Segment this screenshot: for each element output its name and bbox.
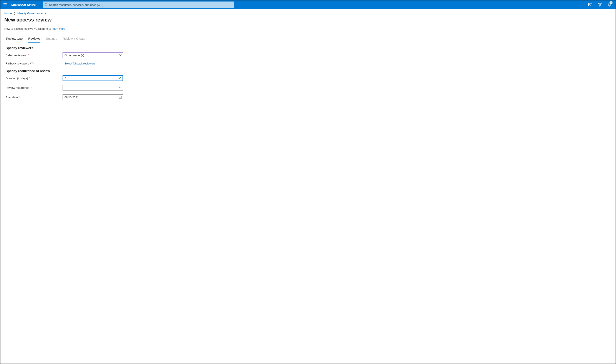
learn-more-link[interactable]: learn more — [52, 27, 65, 30]
row-select-reviewers: Select reviewers * Group owner(s) — [6, 52, 612, 58]
svg-point-0 — [45, 3, 47, 5]
select-reviewers-dropdown[interactable]: Group owner(s) — [63, 52, 123, 58]
breadcrumb-identity-governance[interactable]: Identity Governance — [17, 12, 42, 15]
label-start-date: Start date * — [6, 96, 63, 99]
hamburger-menu-button[interactable] — [0, 0, 10, 9]
start-date-input[interactable]: 08/10/2021 — [63, 94, 123, 100]
required-marker: * — [30, 86, 31, 90]
required-marker: * — [29, 77, 30, 80]
hamburger-icon — [3, 3, 7, 6]
label-start-date-text: Start date — [6, 96, 18, 99]
page-title-row: New access review ⋯ — [4, 17, 612, 23]
tab-reviews[interactable]: Reviews — [28, 36, 40, 42]
chevron-right-icon: ❯ — [44, 12, 46, 15]
page-title: New access review — [4, 17, 52, 23]
more-actions-button[interactable]: ⋯ — [55, 17, 59, 22]
row-fallback-reviewers: Fallback reviewers i Select fallback rev… — [6, 62, 612, 65]
recurrence-dropdown[interactable] — [63, 85, 123, 91]
duration-input-wrap[interactable] — [63, 75, 123, 81]
breadcrumb-home[interactable]: Home — [4, 12, 12, 15]
directory-filter-button[interactable] — [596, 0, 604, 9]
tab-review-type[interactable]: Review type — [6, 36, 23, 42]
svg-rect-1 — [589, 3, 592, 6]
top-header: Microsoft Azure 2 — [0, 0, 616, 9]
field-recurrence — [63, 85, 123, 91]
row-start-date: Start date * 08/10/2021 — [6, 94, 612, 100]
field-fallback-reviewers: Select fallback reviewers — [63, 62, 123, 65]
search-input[interactable] — [49, 3, 232, 7]
field-select-reviewers: Group owner(s) — [63, 52, 123, 58]
select-reviewers-value: Group owner(s) — [65, 54, 84, 57]
brand-label[interactable]: Microsoft Azure — [10, 3, 41, 7]
notification-badge: 2 — [609, 1, 613, 4]
required-marker: * — [19, 96, 20, 99]
notifications-button[interactable]: 2 — [605, 0, 614, 9]
section-specify-reviewers: Specify reviewers — [6, 46, 612, 50]
tab-settings: Settings — [46, 36, 57, 42]
intro-prefix: New to access reviews? Click here to — [4, 27, 52, 30]
field-start-date: 08/10/2021 — [63, 94, 123, 100]
calendar-icon — [119, 96, 122, 99]
check-icon — [118, 77, 121, 80]
label-recurrence: Review recurrence * — [6, 86, 63, 90]
breadcrumb: Home ❯ Identity Governance ❯ — [4, 12, 612, 15]
cloud-shell-icon — [589, 3, 592, 6]
chevron-right-icon: ❯ — [14, 12, 16, 15]
select-fallback-reviewers-link[interactable]: Select fallback reviewers — [63, 62, 95, 65]
required-marker: * — [27, 54, 29, 57]
field-duration — [63, 75, 123, 81]
label-duration-text: Duration (in days) — [6, 77, 28, 80]
duration-input[interactable] — [65, 77, 117, 80]
start-date-value: 08/10/2021 — [65, 96, 79, 99]
intro-suffix: . — [65, 27, 66, 30]
global-search[interactable] — [43, 1, 234, 8]
tab-review-create: Review + Create — [63, 36, 85, 42]
label-select-reviewers-text: Select reviewers — [6, 54, 26, 57]
header-icon-group: 2 — [586, 0, 616, 9]
wizard-tabs: Review type Reviews Settings Review + Cr… — [6, 36, 612, 42]
row-recurrence: Review recurrence * — [6, 85, 612, 91]
intro-text: New to access reviews? Click here to lea… — [4, 27, 612, 30]
cloud-shell-button[interactable] — [586, 0, 595, 9]
label-select-reviewers: Select reviewers * — [6, 54, 63, 57]
label-recurrence-text: Review recurrence — [6, 86, 29, 90]
content-area: Home ❯ Identity Governance ❯ New access … — [0, 9, 616, 106]
search-icon — [45, 3, 48, 6]
label-fallback-reviewers: Fallback reviewers i — [6, 62, 63, 65]
label-duration: Duration (in days) * — [6, 77, 63, 80]
info-icon[interactable]: i — [30, 62, 33, 65]
section-specify-recurrence: Specify recurrence of review — [6, 69, 612, 73]
row-duration: Duration (in days) * — [6, 75, 612, 81]
search-wrap — [41, 1, 586, 8]
filter-icon — [598, 3, 602, 7]
label-fallback-reviewers-text: Fallback reviewers — [6, 62, 29, 65]
